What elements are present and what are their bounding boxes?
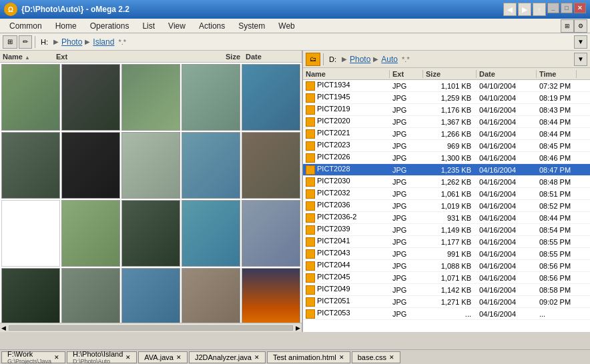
file-icon xyxy=(306,153,315,163)
file-row[interactable]: PICT2028 JPG 1,235 KB 04/16/2004 08:47 P… xyxy=(303,164,590,176)
file-row[interactable]: PICT2019 JPG 1,176 KB 04/16/2004 08:43 P… xyxy=(303,104,590,116)
thumb-19[interactable] xyxy=(182,268,240,323)
file-ext: JPG xyxy=(390,262,423,270)
arrow1: ▶ xyxy=(53,38,59,45)
thumb-1[interactable] xyxy=(1,64,60,131)
thumb-13[interactable] xyxy=(121,200,180,267)
toolbar-back[interactable]: ◀ xyxy=(503,3,517,16)
file-time: 07:32 PM xyxy=(537,82,577,90)
task-css[interactable]: base.css ✕ xyxy=(352,351,400,363)
task-fwork[interactable]: F:\Work G:\Projects\Java ✕ xyxy=(1,351,65,363)
task-hphoto[interactable]: H:\Photo\Island D:\Photo\Auto ✕ xyxy=(67,351,137,363)
thumb-14[interactable] xyxy=(182,200,240,267)
file-name: PICT2053 xyxy=(303,309,390,318)
toolbar-fwd[interactable]: ▶ xyxy=(518,3,531,16)
file-icon xyxy=(306,237,315,247)
file-row[interactable]: PICT1934 JPG 1,101 KB 04/10/2004 07:32 P… xyxy=(303,80,590,92)
thumb-4[interactable] xyxy=(182,64,240,131)
col-date: Date xyxy=(246,53,299,61)
file-time: 08:19 PM xyxy=(537,94,577,102)
file-row[interactable]: PICT2041 JPG 1,177 KB 04/16/2004 08:55 P… xyxy=(303,236,590,248)
file-time: ... xyxy=(537,310,577,318)
menu-web[interactable]: Web xyxy=(272,20,301,32)
file-row[interactable]: PICT2053 JPG ... 04/16/2004 ... xyxy=(303,308,590,320)
file-size: 1,259 KB xyxy=(423,94,477,102)
task-close-3[interactable]: ✕ xyxy=(176,354,182,361)
task-close-2[interactable]: ✕ xyxy=(125,354,131,361)
file-row[interactable]: PICT2036-2 JPG 931 KB 04/16/2004 08:44 P… xyxy=(303,212,590,224)
thumb-16[interactable] xyxy=(1,268,60,323)
left-toolbar: ⊞ ✏ H: ▶ Photo ▶ Island *.* ▼ xyxy=(0,33,590,51)
left-dropdown[interactable]: ▼ xyxy=(574,35,587,49)
file-row[interactable]: PICT2039 JPG 1,149 KB 04/16/2004 08:54 P… xyxy=(303,224,590,236)
task-close-5[interactable]: ✕ xyxy=(339,354,344,361)
toolbar-up[interactable]: ↑ xyxy=(533,3,546,16)
maximize-button[interactable]: □ xyxy=(561,3,573,13)
left-path-island[interactable]: Island xyxy=(93,37,114,47)
menu-operations[interactable]: Operations xyxy=(83,20,136,32)
thumb-2[interactable] xyxy=(61,64,120,131)
file-ext: JPG xyxy=(390,166,423,174)
task-label-3: H:\Photo\Island xyxy=(73,350,123,358)
thumb-15[interactable] xyxy=(242,200,300,267)
file-row[interactable]: PICT1945 JPG 1,259 KB 04/10/2004 08:19 P… xyxy=(303,92,590,104)
left-btn2[interactable]: ✏ xyxy=(19,35,32,49)
right-path-photo[interactable]: Photo xyxy=(350,55,370,64)
thumb-6[interactable] xyxy=(1,132,60,199)
thumb-12[interactable] xyxy=(61,200,120,267)
left-path-photo[interactable]: Photo xyxy=(61,37,82,47)
minimize-button[interactable]: _ xyxy=(547,3,559,13)
thumb-18[interactable] xyxy=(121,268,180,323)
task-anim[interactable]: Test animation.html ✕ xyxy=(267,351,350,363)
file-size: 1,266 KB xyxy=(423,130,477,138)
task-j2d[interactable]: J2DAnalyzer.java ✕ xyxy=(189,351,266,363)
thumb-8[interactable] xyxy=(121,132,180,199)
menu-actions[interactable]: Actions xyxy=(192,20,232,32)
file-row[interactable]: PICT2036 JPG 1,019 KB 04/16/2004 08:52 P… xyxy=(303,200,590,212)
file-row[interactable]: PICT2051 JPG 1,271 KB 04/16/2004 09:02 P… xyxy=(303,296,590,308)
thumb-17[interactable] xyxy=(61,268,120,323)
file-row[interactable]: PICT2023 JPG 969 KB 04/16/2004 08:45 PM xyxy=(303,140,590,152)
thumb-9[interactable] xyxy=(182,132,240,199)
task-css-label: base.css xyxy=(358,353,386,361)
toolbar-extra2[interactable]: ⚙ xyxy=(574,19,587,33)
task-ava-label: AVA.java xyxy=(144,353,174,361)
file-row[interactable]: PICT2032 JPG 1,061 KB 04/16/2004 08:51 P… xyxy=(303,188,590,200)
menu-system[interactable]: System xyxy=(232,20,272,32)
right-path-auto[interactable]: Auto xyxy=(381,55,398,64)
menu-view[interactable]: View xyxy=(162,20,192,32)
file-row[interactable]: PICT2049 JPG 1,142 KB 04/16/2004 08:58 P… xyxy=(303,284,590,296)
app-icon: Ω xyxy=(4,3,17,16)
thumb-11[interactable] xyxy=(1,200,60,267)
file-time: 08:58 PM xyxy=(537,286,577,294)
file-row[interactable]: PICT2030 JPG 1,262 KB 04/16/2004 08:48 P… xyxy=(303,176,590,188)
toolbar-extra1[interactable]: ⊞ xyxy=(561,19,574,33)
file-time: 08:54 PM xyxy=(537,226,577,234)
file-row[interactable]: PICT2026 JPG 1,300 KB 04/16/2004 08:46 P… xyxy=(303,152,590,164)
menu-home[interactable]: Home xyxy=(49,20,83,32)
left-scrollbar[interactable]: ◀ ▶ xyxy=(0,323,302,332)
thumb-3[interactable] xyxy=(121,64,180,131)
thumb-10[interactable] xyxy=(242,132,300,199)
task-close-6[interactable]: ✕ xyxy=(389,354,394,361)
file-row[interactable]: PICT2021 JPG 1,266 KB 04/16/2004 08:44 P… xyxy=(303,128,590,140)
thumb-20[interactable] xyxy=(242,268,300,323)
thumb-5[interactable] xyxy=(242,64,300,131)
thumb-7[interactable] xyxy=(61,132,120,199)
task-close-4[interactable]: ✕ xyxy=(254,354,260,361)
menu-common[interactable]: Common xyxy=(3,20,49,32)
file-row[interactable]: PICT2043 JPG 991 KB 04/16/2004 08:55 PM xyxy=(303,248,590,260)
file-list[interactable]: Name Ext Size Date Time PICT1934 JPG 1,1… xyxy=(303,68,590,332)
file-icon xyxy=(306,105,315,115)
close-button[interactable]: ✕ xyxy=(574,3,586,13)
menu-list[interactable]: List xyxy=(135,20,162,32)
file-row[interactable]: PICT2020 JPG 1,367 KB 04/16/2004 08:44 P… xyxy=(303,116,590,128)
task-close-1[interactable]: ✕ xyxy=(54,354,59,361)
file-row[interactable]: PICT2044 JPG 1,088 KB 04/16/2004 08:56 P… xyxy=(303,260,590,272)
task-ava[interactable]: AVA.java ✕ xyxy=(138,351,188,363)
right-dropdown[interactable]: ▼ xyxy=(574,53,587,66)
left-btn1[interactable]: ⊞ xyxy=(3,35,17,49)
file-size: 1,235 KB xyxy=(423,166,477,174)
file-row[interactable]: PICT2045 JPG 1,071 KB 04/16/2004 08:56 P… xyxy=(303,272,590,284)
right-btn1[interactable]: 🗂 xyxy=(306,53,320,66)
